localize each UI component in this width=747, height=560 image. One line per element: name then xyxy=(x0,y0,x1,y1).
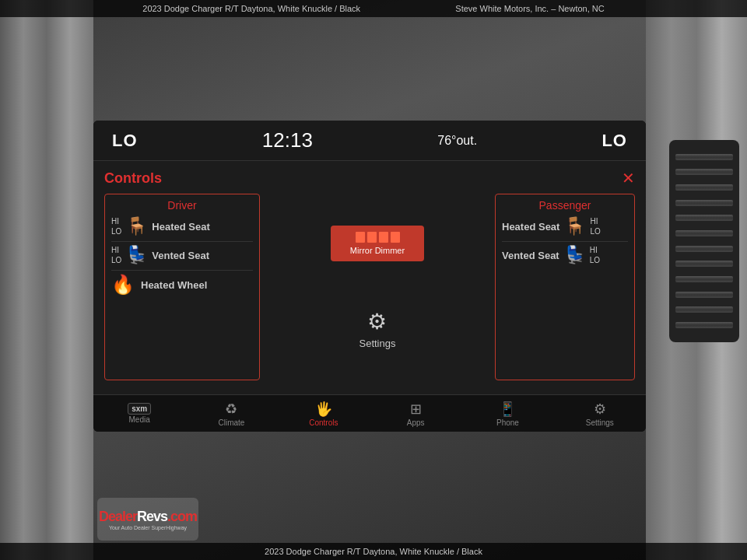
bottom-navigation: sxm Media ♻ Climate 🖐 Controls ⊞ Apps 📱 … xyxy=(93,394,646,432)
left-panel xyxy=(0,0,93,560)
apps-icon: ⊞ xyxy=(410,401,422,418)
clock-display: 12:13 xyxy=(262,128,313,152)
vent-blade xyxy=(675,215,733,221)
infotainment-screen: LO 12:13 76°out. LO Controls ✕ Driver HI… xyxy=(93,121,646,432)
driver-heated-seat-row[interactable]: HILO 🪑 Heated Seat xyxy=(111,216,253,236)
vent-blade xyxy=(675,276,733,282)
driver-heated-wheel-row[interactable]: 🔥 Heated Wheel xyxy=(111,274,253,296)
divider xyxy=(111,241,253,242)
bottom-bar-text: 2023 Dodge Charger R/T Daytona, White Kn… xyxy=(265,547,482,556)
mirror-dimmer-label: Mirror Dimmer xyxy=(350,246,405,255)
controls-header: Controls ✕ xyxy=(104,169,635,187)
vent-blade xyxy=(675,246,733,252)
driver-heated-seat-label: Heated Seat xyxy=(152,221,209,233)
nav-item-phone[interactable]: 📱 Phone xyxy=(480,401,535,427)
settings-button-label: Settings xyxy=(359,338,396,349)
nav-apps-label: Apps xyxy=(407,418,425,427)
lo-right: LO xyxy=(601,131,627,151)
dealerrevs-watermark: DealerRevs.com Your Auto Dealer SuperHig… xyxy=(97,498,198,541)
vented-seat-passenger-icon: 💺 xyxy=(564,245,585,265)
center-controls-panel: Mirror Dimmer ⚙ Settings xyxy=(268,194,487,380)
divider xyxy=(111,270,253,271)
vent-blade xyxy=(675,292,733,298)
driver-zone-title: Driver xyxy=(111,199,253,212)
driver-vented-seat-row[interactable]: HILO 💺 Vented Seat xyxy=(111,245,253,265)
passenger-zone-panel: Passenger Heated Seat 🪑 HILO Vented Seat… xyxy=(495,194,635,380)
driver-vented-seat-label: Vented Seat xyxy=(152,250,209,261)
watermark-logo: DealerRevs.com xyxy=(99,509,197,525)
vent-blade xyxy=(675,322,733,328)
vent-blade xyxy=(675,261,733,267)
phone-icon: 📱 xyxy=(499,401,516,418)
close-button[interactable]: ✕ xyxy=(622,169,635,187)
vent-blade xyxy=(675,154,733,160)
passenger-heated-seat-hi-lo: HILO xyxy=(590,216,600,236)
nav-controls-label: Controls xyxy=(309,418,338,427)
vent-blade xyxy=(675,200,733,206)
bottom-watermark-bar: 2023 Dodge Charger R/T Daytona, White Kn… xyxy=(0,543,747,560)
nav-phone-label: Phone xyxy=(496,418,519,427)
passenger-vented-seat-label: Vented Seat xyxy=(502,250,559,261)
mirror-dimmer-button[interactable]: Mirror Dimmer xyxy=(331,226,424,261)
screen-top-bar: LO 12:13 76°out. LO xyxy=(93,121,646,161)
top-bar-text: 2023 Dodge Charger R/T Daytona, White Kn… xyxy=(142,4,360,13)
driver-heated-wheel-label: Heated Wheel xyxy=(141,279,207,291)
settings-nav-icon: ⚙ xyxy=(594,401,606,418)
passenger-heated-seat-label: Heated Seat xyxy=(502,221,559,233)
mirror-bar xyxy=(367,232,377,243)
top-watermark-bar: 2023 Dodge Charger R/T Daytona, White Kn… xyxy=(0,0,747,17)
driver-vented-seat-hi-lo: HILO xyxy=(111,245,121,265)
gear-icon: ⚙ xyxy=(367,309,387,334)
air-vent xyxy=(669,140,739,342)
driver-zone-panel: Driver HILO 🪑 Heated Seat HILO 💺 Vented … xyxy=(104,194,260,380)
nav-item-climate[interactable]: ♻ Climate xyxy=(204,401,258,427)
vented-seat-driver-icon: 💺 xyxy=(126,245,147,265)
vent-blade xyxy=(675,184,733,191)
nav-item-media[interactable]: sxm Media xyxy=(112,403,167,424)
sxm-icon: sxm xyxy=(128,403,151,415)
vent-blade xyxy=(675,306,733,313)
mirror-bar xyxy=(391,232,400,243)
nav-climate-label: Climate xyxy=(219,418,245,427)
watermark-tagline: Your Auto Dealer SuperHighway xyxy=(109,525,187,530)
right-panel xyxy=(646,0,747,560)
nav-item-settings[interactable]: ⚙ Settings xyxy=(573,401,627,427)
controls-nav-icon: 🖐 xyxy=(315,401,332,418)
dealer-text: Steve White Motors, Inc. – Newton, NC xyxy=(455,4,604,13)
nav-item-controls[interactable]: 🖐 Controls xyxy=(296,401,351,427)
driver-heated-seat-hi-lo: HILO xyxy=(111,216,121,236)
heated-seat-driver-icon: 🪑 xyxy=(126,216,147,236)
lo-left: LO xyxy=(112,131,138,151)
climate-icon: ♻ xyxy=(225,401,237,418)
vent-blade xyxy=(675,169,733,175)
nav-item-apps[interactable]: ⊞ Apps xyxy=(388,401,443,427)
heated-wheel-icon: 🔥 xyxy=(111,274,135,296)
mirror-bar xyxy=(356,232,365,243)
passenger-vented-seat-row[interactable]: Vented Seat 💺 HILO xyxy=(502,245,628,265)
heated-seat-passenger-icon: 🪑 xyxy=(564,216,585,236)
controls-title: Controls xyxy=(104,170,162,187)
divider xyxy=(502,241,628,242)
temperature-display: 76°out. xyxy=(437,134,477,148)
passenger-vented-seat-hi-lo: HILO xyxy=(590,245,600,265)
nav-settings-label: Settings xyxy=(586,418,614,427)
nav-media-label: Media xyxy=(129,415,150,424)
passenger-zone-title: Passenger xyxy=(502,199,628,212)
mirror-bar xyxy=(379,232,388,243)
passenger-heated-seat-row[interactable]: Heated Seat 🪑 HILO xyxy=(502,216,628,236)
vent-blade xyxy=(675,230,733,236)
mirror-bars-icon xyxy=(356,232,400,243)
controls-main-area: Controls ✕ Driver HILO 🪑 Heated Seat HIL… xyxy=(93,161,646,394)
controls-grid: Driver HILO 🪑 Heated Seat HILO 💺 Vented … xyxy=(104,194,635,380)
settings-button[interactable]: ⚙ Settings xyxy=(359,309,396,349)
